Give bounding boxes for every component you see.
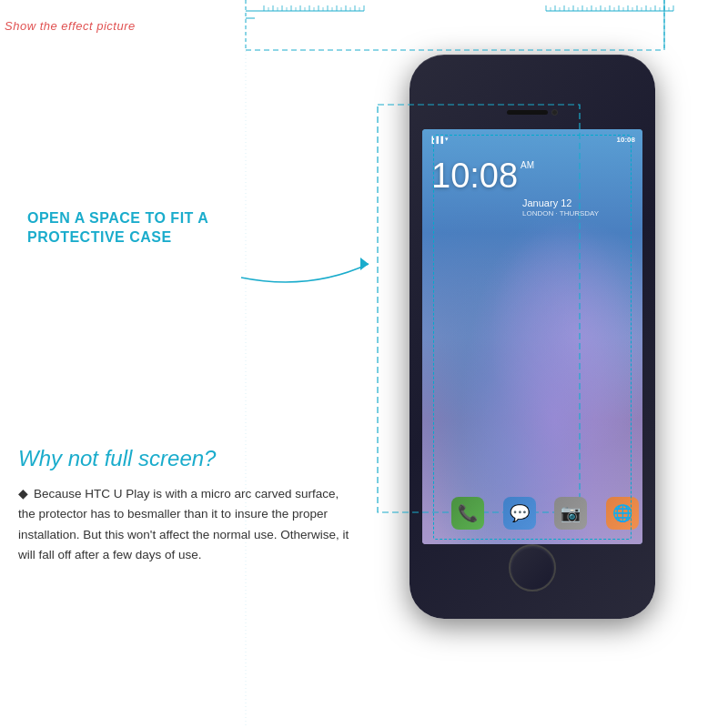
left-callout: OPEN A SPACE TO FIT A PROTECTIVE CASE [27, 209, 318, 255]
effect-label: Show the effect picture [5, 19, 136, 33]
why-section: Why not full screen? ◆Because HTC U Play… [18, 446, 355, 565]
phone-am-label: AM [521, 160, 534, 170]
phone-screen: ▐▐▐ ▾ 10:08 10:08 AM January 12 LONDON ·… [422, 129, 642, 544]
open-space-title: OPEN A SPACE TO FIT A PROTECTIVE CASE [27, 209, 318, 248]
svg-marker-61 [360, 258, 369, 270]
phone-body: ▐▐▐ ▾ 10:08 10:08 AM January 12 LONDON ·… [410, 55, 655, 619]
phone-date-display: January 12 [522, 197, 571, 208]
phone-top-area [455, 102, 610, 122]
why-body: ◆Because HTC U Play is with a micro arc … [18, 484, 355, 565]
phone-location-display: LONDON · THURSDAY [522, 209, 599, 217]
bullet-diamond: ◆ [18, 484, 28, 504]
browser-app-icon: 🌐 [606, 497, 639, 530]
home-button [509, 544, 556, 592]
why-body-text: Because HTC U Play is with a micro arc c… [18, 487, 349, 561]
signal-icon: ▐▐▐ [430, 136, 443, 143]
phone-app-icon: 📞 [451, 497, 484, 530]
phone-time-display: 10:08 [431, 157, 518, 196]
speaker-slot [507, 110, 548, 115]
phone-container: ▐▐▐ ▾ 10:08 10:08 AM January 12 LONDON ·… [391, 27, 673, 646]
page-container: Show the effect picture [0, 0, 728, 728]
front-camera [551, 109, 558, 116]
why-title: Why not full screen? [18, 446, 355, 471]
app-icons-row: 📞 💬 📷 🌐 [435, 493, 642, 533]
wifi-icon: ▾ [445, 136, 449, 143]
messages-app-icon: 💬 [503, 497, 536, 530]
camera-app-icon: 📷 [554, 497, 587, 530]
status-time: 10:08 [617, 136, 635, 144]
